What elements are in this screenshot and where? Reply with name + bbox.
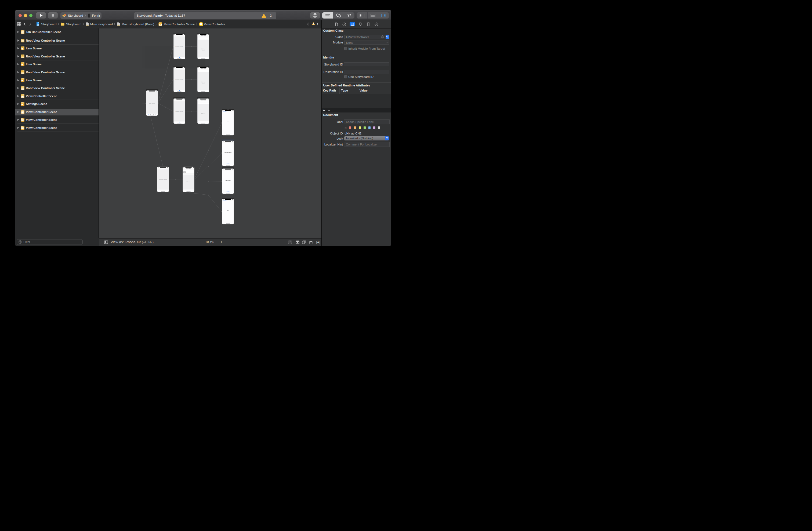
svg-text:A: A <box>317 241 319 244</box>
svg-text:?: ? <box>344 23 345 26</box>
